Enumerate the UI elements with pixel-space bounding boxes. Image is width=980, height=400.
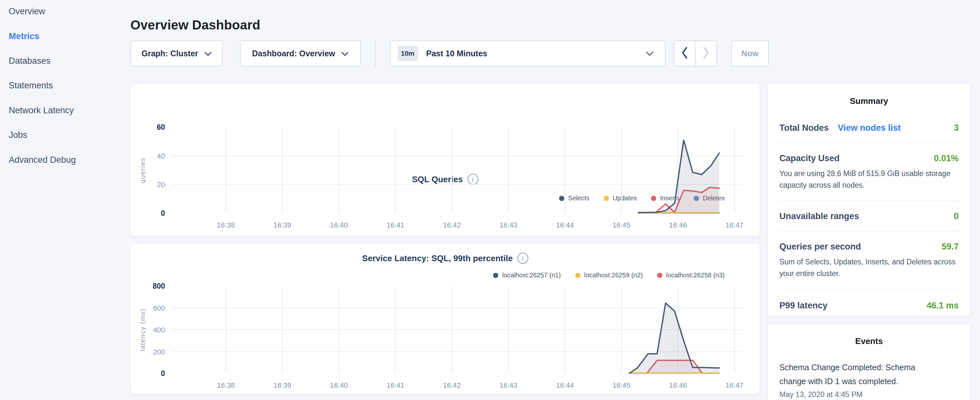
- summary-subtext: Sum of Selects, Updates, Inserts, and De…: [780, 256, 959, 279]
- page-title: Overview Dashboard: [130, 18, 261, 32]
- chevron-left-icon: [681, 46, 688, 60]
- svg-text:16:47: 16:47: [726, 221, 743, 229]
- summary-subtext: You are using 28.6 MiB of 515.9 GiB usab…: [780, 168, 959, 191]
- summary-label: Unavailable ranges: [780, 211, 859, 222]
- svg-text:800: 800: [153, 282, 165, 290]
- svg-text:16:46: 16:46: [669, 381, 687, 389]
- events-panel: Events Schema Change Completed: Schema c…: [767, 324, 970, 400]
- svg-text:16:38: 16:38: [217, 381, 235, 389]
- svg-text:16:44: 16:44: [556, 221, 574, 229]
- svg-text:0: 0: [161, 369, 165, 378]
- graph-dropdown-label: Graph: Cluster: [142, 49, 198, 58]
- time-range-picker[interactable]: 10m Past 10 Minutes: [390, 40, 665, 66]
- service-latency-chart-card: Service Latency: SQL, 99th percentile lo…: [130, 243, 760, 394]
- sidebar-item-metrics[interactable]: Metrics: [9, 31, 40, 42]
- svg-text:latency (ms): latency (ms): [139, 308, 146, 351]
- svg-text:16:38: 16:38: [217, 221, 235, 229]
- divider: [780, 289, 959, 290]
- sidebar-item-network-latency[interactable]: Network Latency: [9, 105, 74, 116]
- svg-text:16:40: 16:40: [330, 221, 348, 229]
- summary-row-capacity-used: Capacity Used 0.01%: [780, 153, 959, 163]
- summary-row-queries-per-second: Queries per second 59.7: [780, 242, 959, 252]
- divider: [780, 201, 959, 201]
- svg-text:600: 600: [153, 304, 165, 312]
- service-latency-plot: 16:3816:3916:4016:4116:4216:4316:4416:45…: [131, 244, 760, 395]
- svg-text:200: 200: [153, 348, 165, 356]
- summary-row-p99-latency: P99 latency 46.1 ms: [780, 301, 959, 311]
- chevron-down-icon: [341, 49, 349, 58]
- sql-queries-chart-card: SQL Queries Selects Updates Inserts Dele…: [130, 83, 760, 236]
- event-timestamp: May 13, 2020 at 4:45 PM: [780, 390, 959, 399]
- metrics-page: Overview Metrics Databases Statements Ne…: [0, 0, 980, 400]
- sidebar-item-advanced-debug[interactable]: Advanced Debug: [9, 155, 76, 166]
- chevron-right-icon: [703, 46, 709, 60]
- svg-text:16:44: 16:44: [556, 381, 574, 389]
- svg-text:16:46: 16:46: [669, 221, 687, 229]
- now-button[interactable]: Now: [731, 40, 769, 66]
- svg-text:40: 40: [157, 152, 165, 160]
- summary-label: Capacity Used: [780, 153, 840, 163]
- chevron-down-icon: [204, 49, 212, 58]
- summary-label: Queries per second: [780, 242, 861, 252]
- prev-time-button[interactable]: [674, 41, 695, 66]
- sql-queries-plot: 16:3816:3916:4016:4116:4216:4316:4416:45…: [131, 84, 760, 237]
- summary-title: Summary: [780, 84, 959, 106]
- svg-text:16:41: 16:41: [387, 221, 404, 229]
- sidebar-item-jobs[interactable]: Jobs: [9, 130, 27, 141]
- summary-value: 0.01%: [934, 153, 959, 163]
- svg-text:20: 20: [157, 180, 165, 189]
- svg-text:16:42: 16:42: [443, 221, 461, 229]
- svg-text:queries: queries: [139, 157, 146, 183]
- summary-panel: Summary Total Nodes View nodes list 3 Ca…: [767, 83, 970, 316]
- sidebar-item-overview[interactable]: Overview: [9, 6, 45, 18]
- svg-text:16:47: 16:47: [726, 381, 743, 389]
- summary-label: Total Nodes: [780, 123, 829, 133]
- svg-text:0: 0: [161, 209, 165, 217]
- svg-text:16:39: 16:39: [274, 381, 291, 389]
- chevron-down-icon: [646, 49, 654, 58]
- divider: [780, 231, 959, 231]
- sidebar-item-statements[interactable]: Statements: [9, 81, 53, 92]
- summary-value: 46.1 ms: [927, 301, 959, 311]
- svg-text:16:39: 16:39: [274, 221, 291, 229]
- summary-value: 59.7: [942, 242, 959, 252]
- svg-text:16:43: 16:43: [500, 221, 517, 229]
- dashboard-dropdown[interactable]: Dashboard: Overview: [240, 40, 361, 66]
- next-time-button[interactable]: [695, 41, 716, 66]
- view-nodes-list-link[interactable]: View nodes list: [838, 123, 901, 133]
- dashboard-dropdown-label: Dashboard: Overview: [252, 49, 335, 58]
- event-item[interactable]: Schema Change Completed: Schema change w…: [780, 360, 943, 388]
- summary-row-unavailable-ranges: Unavailable ranges 0: [780, 211, 959, 222]
- summary-value: 0: [954, 211, 959, 222]
- toolbar-divider: [375, 40, 375, 67]
- svg-text:16:45: 16:45: [612, 221, 630, 229]
- graph-dropdown[interactable]: Graph: Cluster: [130, 40, 223, 66]
- divider: [780, 143, 959, 143]
- svg-text:60: 60: [157, 123, 165, 131]
- sidebar-item-databases[interactable]: Databases: [9, 56, 51, 67]
- time-range-label: Past 10 Minutes: [426, 49, 487, 58]
- svg-text:16:42: 16:42: [443, 381, 461, 389]
- time-range-badge: 10m: [398, 46, 418, 61]
- svg-text:16:40: 16:40: [330, 381, 348, 389]
- time-step-buttons: [674, 40, 717, 66]
- summary-value: 3: [954, 123, 959, 133]
- svg-text:16:41: 16:41: [387, 381, 404, 389]
- summary-row-total-nodes: Total Nodes View nodes list 3: [780, 123, 959, 133]
- svg-text:16:45: 16:45: [612, 381, 630, 389]
- svg-text:400: 400: [153, 326, 165, 334]
- events-title: Events: [780, 324, 959, 346]
- svg-text:16:43: 16:43: [500, 381, 517, 389]
- summary-label: P99 latency: [780, 301, 827, 311]
